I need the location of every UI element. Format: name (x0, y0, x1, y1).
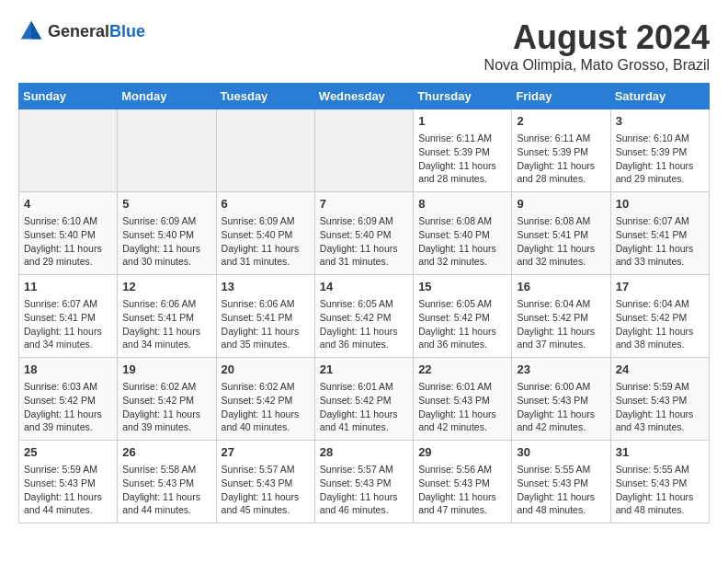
day-number: 1 (418, 113, 506, 130)
day-info: Sunrise: 6:06 AM Sunset: 5:41 PM Dayligh… (222, 297, 310, 351)
day-info: Sunrise: 6:05 AM Sunset: 5:42 PM Dayligh… (320, 297, 408, 351)
day-info: Sunrise: 5:55 AM Sunset: 5:43 PM Dayligh… (517, 463, 605, 517)
calendar-cell: 15Sunrise: 6:05 AM Sunset: 5:42 PM Dayli… (414, 275, 512, 358)
day-number: 19 (122, 362, 210, 378)
calendar-cell: 21Sunrise: 6:01 AM Sunset: 5:42 PM Dayli… (314, 358, 413, 441)
header-saturday: Saturday (610, 84, 709, 109)
day-number: 17 (616, 279, 704, 295)
day-info: Sunrise: 6:09 AM Sunset: 5:40 PM Dayligh… (320, 214, 408, 269)
calendar-cell: 8Sunrise: 6:08 AM Sunset: 5:40 PM Daylig… (414, 192, 512, 275)
day-number: 7 (320, 196, 408, 213)
calendar-cell: 18Sunrise: 6:03 AM Sunset: 5:42 PM Dayli… (19, 358, 118, 441)
day-number: 18 (24, 362, 112, 378)
calendar-cell: 22Sunrise: 6:01 AM Sunset: 5:43 PM Dayli… (414, 358, 512, 441)
calendar-cell: 4Sunrise: 6:10 AM Sunset: 5:40 PM Daylig… (19, 192, 118, 275)
header-tuesday: Tuesday (216, 84, 314, 109)
day-number: 25 (24, 444, 112, 461)
day-info: Sunrise: 5:57 AM Sunset: 5:43 PM Dayligh… (222, 463, 310, 517)
logo: GeneralBlue (18, 18, 145, 44)
calendar-cell: 2Sunrise: 6:11 AM Sunset: 5:39 PM Daylig… (512, 109, 610, 192)
month-title: August 2024 (484, 18, 710, 57)
day-info: Sunrise: 5:59 AM Sunset: 5:43 PM Dayligh… (616, 380, 704, 434)
calendar-cell: 10Sunrise: 6:07 AM Sunset: 5:41 PM Dayli… (610, 192, 709, 275)
day-number: 23 (517, 362, 605, 378)
calendar-cell (19, 109, 118, 192)
week-row-0: 1Sunrise: 6:11 AM Sunset: 5:39 PM Daylig… (19, 109, 710, 192)
location-title: Nova Olimpia, Mato Grosso, Brazil (484, 57, 710, 74)
day-number: 27 (222, 444, 310, 461)
header: GeneralBlue August 2024 Nova Olimpia, Ma… (18, 18, 710, 74)
day-number: 8 (418, 196, 506, 213)
logo-blue: Blue (109, 22, 145, 40)
day-number: 6 (222, 196, 310, 213)
calendar-cell (118, 109, 216, 192)
title-area: August 2024 Nova Olimpia, Mato Grosso, B… (484, 18, 710, 74)
calendar-cell (216, 109, 314, 192)
calendar-cell: 23Sunrise: 6:00 AM Sunset: 5:43 PM Dayli… (512, 358, 610, 441)
calendar-cell: 5Sunrise: 6:09 AM Sunset: 5:40 PM Daylig… (118, 192, 216, 275)
day-info: Sunrise: 5:57 AM Sunset: 5:43 PM Dayligh… (320, 463, 408, 517)
day-info: Sunrise: 6:11 AM Sunset: 5:39 PM Dayligh… (517, 132, 605, 186)
day-info: Sunrise: 5:55 AM Sunset: 5:43 PM Dayligh… (616, 463, 704, 517)
day-info: Sunrise: 6:08 AM Sunset: 5:41 PM Dayligh… (517, 214, 605, 269)
header-friday: Friday (512, 84, 610, 109)
header-thursday: Thursday (414, 84, 512, 109)
header-sunday: Sunday (19, 84, 118, 109)
day-info: Sunrise: 6:08 AM Sunset: 5:40 PM Dayligh… (418, 214, 506, 269)
day-info: Sunrise: 5:59 AM Sunset: 5:43 PM Dayligh… (24, 463, 112, 517)
week-row-1: 4Sunrise: 6:10 AM Sunset: 5:40 PM Daylig… (19, 192, 710, 275)
day-number: 3 (616, 113, 704, 130)
day-info: Sunrise: 6:02 AM Sunset: 5:42 PM Dayligh… (122, 380, 210, 434)
day-info: Sunrise: 6:10 AM Sunset: 5:40 PM Dayligh… (24, 214, 112, 269)
day-info: Sunrise: 6:07 AM Sunset: 5:41 PM Dayligh… (24, 297, 112, 351)
day-number: 15 (418, 279, 506, 295)
calendar-cell: 19Sunrise: 6:02 AM Sunset: 5:42 PM Dayli… (118, 358, 216, 441)
calendar-cell: 20Sunrise: 6:02 AM Sunset: 5:42 PM Dayli… (216, 358, 314, 441)
calendar-cell: 6Sunrise: 6:09 AM Sunset: 5:40 PM Daylig… (216, 192, 314, 275)
day-info: Sunrise: 5:58 AM Sunset: 5:43 PM Dayligh… (122, 463, 210, 517)
day-info: Sunrise: 6:09 AM Sunset: 5:40 PM Dayligh… (122, 214, 210, 269)
calendar-cell: 31Sunrise: 5:55 AM Sunset: 5:43 PM Dayli… (610, 441, 709, 523)
day-number: 9 (517, 196, 605, 213)
calendar-table: SundayMondayTuesdayWednesdayThursdayFrid… (18, 83, 710, 523)
day-info: Sunrise: 6:10 AM Sunset: 5:39 PM Dayligh… (616, 132, 704, 186)
calendar-cell: 30Sunrise: 5:55 AM Sunset: 5:43 PM Dayli… (512, 441, 610, 523)
calendar-cell: 13Sunrise: 6:06 AM Sunset: 5:41 PM Dayli… (216, 275, 314, 358)
day-number: 16 (517, 279, 605, 295)
calendar-cell: 3Sunrise: 6:10 AM Sunset: 5:39 PM Daylig… (610, 109, 709, 192)
calendar-cell: 14Sunrise: 6:05 AM Sunset: 5:42 PM Dayli… (314, 275, 413, 358)
day-info: Sunrise: 6:05 AM Sunset: 5:42 PM Dayligh… (418, 297, 506, 351)
calendar-cell: 17Sunrise: 6:04 AM Sunset: 5:42 PM Dayli… (610, 275, 709, 358)
logo-general: General (48, 22, 109, 40)
day-info: Sunrise: 6:00 AM Sunset: 5:43 PM Dayligh… (517, 380, 605, 434)
calendar-cell: 9Sunrise: 6:08 AM Sunset: 5:41 PM Daylig… (512, 192, 610, 275)
calendar-cell: 16Sunrise: 6:04 AM Sunset: 5:42 PM Dayli… (512, 275, 610, 358)
week-row-4: 25Sunrise: 5:59 AM Sunset: 5:43 PM Dayli… (19, 441, 710, 523)
day-info: Sunrise: 5:56 AM Sunset: 5:43 PM Dayligh… (418, 463, 506, 517)
calendar-cell: 29Sunrise: 5:56 AM Sunset: 5:43 PM Dayli… (414, 441, 512, 523)
calendar-header-row: SundayMondayTuesdayWednesdayThursdayFrid… (19, 84, 710, 109)
day-info: Sunrise: 6:01 AM Sunset: 5:43 PM Dayligh… (418, 380, 506, 434)
calendar-cell: 28Sunrise: 5:57 AM Sunset: 5:43 PM Dayli… (314, 441, 413, 523)
svg-marker-1 (31, 21, 41, 40)
calendar-cell: 27Sunrise: 5:57 AM Sunset: 5:43 PM Dayli… (216, 441, 314, 523)
day-number: 29 (418, 444, 506, 461)
day-number: 20 (222, 362, 310, 378)
day-info: Sunrise: 6:04 AM Sunset: 5:42 PM Dayligh… (517, 297, 605, 351)
day-number: 14 (320, 279, 408, 295)
calendar-body: 1Sunrise: 6:11 AM Sunset: 5:39 PM Daylig… (19, 109, 710, 523)
week-row-3: 18Sunrise: 6:03 AM Sunset: 5:42 PM Dayli… (19, 358, 710, 441)
day-info: Sunrise: 6:07 AM Sunset: 5:41 PM Dayligh… (616, 214, 704, 269)
day-number: 30 (517, 444, 605, 461)
day-number: 26 (122, 444, 210, 461)
day-number: 4 (24, 196, 112, 213)
day-info: Sunrise: 6:03 AM Sunset: 5:42 PM Dayligh… (24, 380, 112, 434)
day-info: Sunrise: 6:09 AM Sunset: 5:40 PM Dayligh… (222, 214, 310, 269)
calendar-cell: 25Sunrise: 5:59 AM Sunset: 5:43 PM Dayli… (19, 441, 118, 523)
calendar-cell: 7Sunrise: 6:09 AM Sunset: 5:40 PM Daylig… (314, 192, 413, 275)
day-number: 31 (616, 444, 704, 461)
day-number: 10 (616, 196, 704, 213)
day-number: 24 (616, 362, 704, 378)
calendar-cell: 11Sunrise: 6:07 AM Sunset: 5:41 PM Dayli… (19, 275, 118, 358)
calendar-cell: 1Sunrise: 6:11 AM Sunset: 5:39 PM Daylig… (414, 109, 512, 192)
